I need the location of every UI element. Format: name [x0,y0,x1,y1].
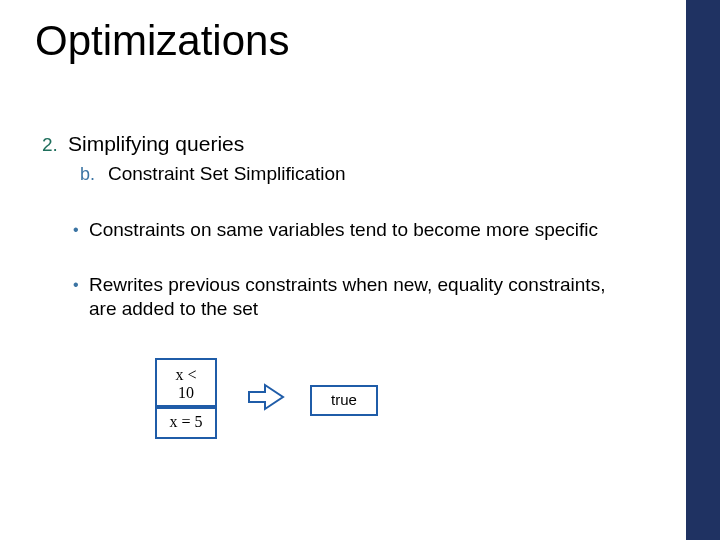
result-box: true [310,385,378,416]
slide: Optimizations 2.Simplifying queries b.Co… [0,0,720,540]
constraint-box-1: x < 10 [155,358,217,409]
arrow-right-icon [247,382,287,412]
bullet-dot-icon: • [73,218,89,242]
right-sidebar-accent [686,0,720,540]
list-marker-2: 2. [42,134,60,156]
bullet-text-2: Rewrites previous constraints when new, … [89,273,609,321]
list-item-level1: 2.Simplifying queries [42,132,244,156]
list-marker-b: b. [80,164,98,185]
bullet-text-1: Constraints on same variables tend to be… [89,218,669,242]
list-item-level2: b.Constraint Set Simplification [80,163,346,185]
list-text-level2: Constraint Set Simplification [108,163,346,184]
list-text-level1: Simplifying queries [68,132,244,155]
page-title: Optimizations [35,18,289,64]
constraint-box-2: x = 5 [155,405,217,439]
bullet-item-1: •Constraints on same variables tend to b… [73,218,673,242]
bullet-item-2: •Rewrites previous constraints when new,… [73,273,613,321]
bullet-dot-icon: • [73,273,89,297]
